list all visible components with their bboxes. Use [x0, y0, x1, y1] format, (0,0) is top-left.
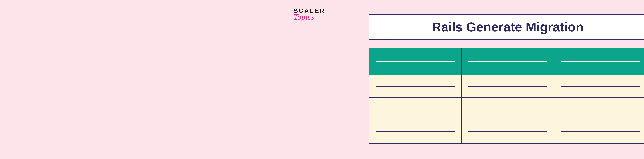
table-row [370, 76, 644, 98]
placeholder-line [561, 132, 640, 132]
placeholder-line [468, 108, 547, 110]
placeholder-line [468, 86, 547, 87]
table-cell [462, 76, 554, 98]
table-cell [462, 98, 554, 120]
title-box: Rails Generate Migration [369, 14, 644, 40]
table-cell [554, 120, 644, 143]
table-cell [370, 120, 462, 143]
table-cell [462, 120, 554, 143]
logo-topics-text: Topics [294, 14, 314, 20]
content-wrapper: Rails Generate Migration [369, 14, 644, 144]
placeholder-line [561, 86, 640, 87]
placeholder-line [468, 132, 547, 132]
placeholder-line [376, 61, 455, 62]
table-cell [554, 98, 644, 120]
placeholder-line [561, 108, 640, 110]
page-title: Rails Generate Migration [372, 20, 644, 34]
table-cell [370, 76, 462, 98]
placeholder-line [376, 132, 455, 132]
table-header-cell [462, 48, 554, 75]
placeholder-line [561, 61, 640, 62]
table-header-row [370, 48, 644, 76]
migration-table [369, 48, 644, 144]
table-row [370, 120, 644, 143]
table-row [370, 98, 644, 120]
placeholder-line [468, 61, 547, 62]
scaler-topics-logo: SCALER Topics [294, 8, 325, 20]
placeholder-line [376, 108, 455, 110]
table-header-cell [370, 48, 462, 75]
placeholder-line [376, 86, 455, 87]
table-cell [370, 98, 462, 120]
table-header-cell [554, 48, 644, 75]
table-cell [554, 76, 644, 98]
